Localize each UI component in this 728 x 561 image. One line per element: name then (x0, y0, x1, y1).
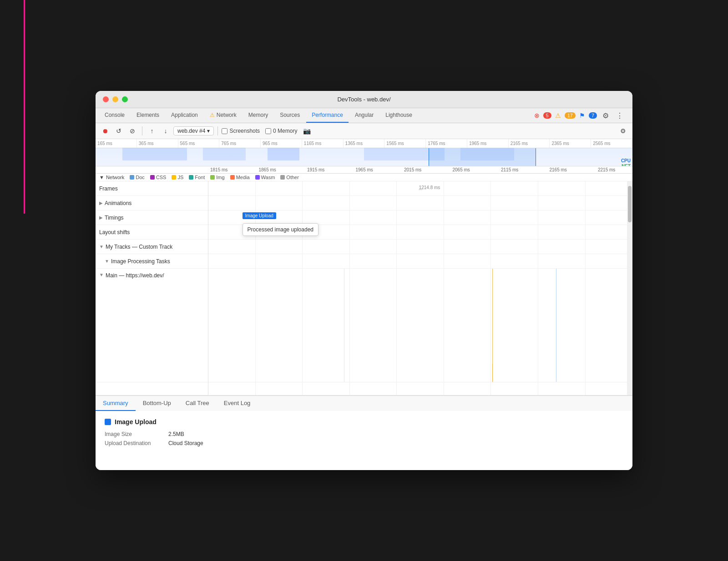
screenshots-checkbox[interactable]: Screenshots (222, 128, 260, 134)
settings-toolbar-icon[interactable]: ⚙ (617, 125, 629, 137)
expand-icon: ▶ (99, 200, 103, 205)
media-color (230, 175, 235, 180)
track-frames[interactable]: Frames (96, 181, 208, 196)
bottom-tabs: Summary Bottom-Up Call Tree Event Log (96, 395, 632, 411)
image-processing-label: Image Processing Tasks (111, 258, 170, 265)
ruler-tick-6: 1365 ms (344, 139, 385, 148)
warning-badge: 17 (565, 112, 576, 119)
ruler2-0: 1815 ms (208, 167, 257, 172)
legend-other-label: Other (286, 175, 299, 180)
profile-select[interactable]: web.dev #4 ▾ (173, 126, 214, 135)
summary-title-text: Image Upload (115, 418, 157, 426)
right-panel[interactable]: ... 1214.8 ms Image Upload Processed ima… (208, 181, 632, 395)
ruler-tick-4: 965 ms (261, 139, 302, 148)
tab-summary[interactable]: Summary (96, 396, 136, 411)
screenshots-input[interactable] (222, 128, 228, 134)
timeline-my-tracks (208, 240, 632, 254)
summary-row-size: Image Size 2.5MB (105, 431, 623, 437)
screenshots-label: Screenshots (229, 128, 260, 134)
network-legend: ▼ Network Doc CSS JS Font Img Media (96, 174, 632, 181)
timeline-timings: Image Upload Processed image uploaded (208, 210, 632, 225)
toolbar-divider (142, 126, 142, 135)
ruler2-1: 1865 ms (257, 167, 306, 172)
timeline-frames: ... 1214.8 ms (208, 181, 632, 196)
tab-performance[interactable]: Performance (306, 108, 349, 123)
maximize-button[interactable] (122, 96, 128, 102)
clear-button[interactable]: ⊘ (126, 125, 138, 137)
legend-img-label: Img (216, 175, 224, 180)
upload-button[interactable]: ↑ (146, 125, 158, 137)
timeline-selection[interactable] (429, 148, 536, 166)
ruler-tick-11: 2365 ms (550, 139, 591, 148)
tab-bottom-up[interactable]: Bottom-Up (136, 396, 178, 411)
tab-elements[interactable]: Elements (131, 108, 165, 123)
cpu-label: CPU (621, 158, 631, 163)
timeline-animations (208, 196, 632, 210)
tab-application[interactable]: Application (166, 108, 203, 123)
bottom-content: Image Upload Image Size 2.5MB Upload Des… (96, 411, 632, 470)
image-upload-marker[interactable]: Image Upload (243, 212, 276, 219)
ruler-tick-12: 2565 ms (591, 139, 632, 148)
memory-checkbox[interactable]: 0 Memory (265, 128, 297, 134)
image-size-value: 2.5MB (168, 431, 184, 437)
timeline-image-processing (208, 254, 632, 269)
ruler2-2: 1915 ms (305, 167, 354, 172)
timeline-main (208, 269, 632, 382)
track-my-tracks[interactable]: ▼ My Tracks — Custom Track (96, 240, 208, 254)
ruler-tick-7: 1565 ms (384, 139, 426, 148)
doc-color (130, 175, 134, 180)
profile-select-label: web.dev #4 (177, 128, 205, 134)
timeline-overview[interactable]: 165 ms 365 ms 565 ms 765 ms 965 ms 1165 … (96, 139, 632, 166)
summary-row-destination: Upload Destination Cloud Storage (105, 440, 623, 446)
tab-angular[interactable]: Angular (349, 108, 379, 123)
record-button[interactable]: ⏺ (99, 125, 111, 137)
legend-css-label: CSS (156, 175, 167, 180)
upload-destination-value: Cloud Storage (168, 440, 203, 446)
legend-media-label: Media (236, 175, 250, 180)
tab-memory[interactable]: Memory (243, 108, 273, 123)
ruler-tick-9: 1965 ms (467, 139, 509, 148)
tab-network[interactable]: ⚠ Network (204, 108, 242, 123)
timing-tooltip: Processed image uploaded (243, 223, 318, 236)
chevron-down-icon: ▾ (207, 128, 210, 134)
other-color (280, 175, 285, 180)
ruler2-4: 2015 ms (402, 167, 451, 172)
ruler-tick-0: 165 ms (96, 139, 137, 148)
vline-3 (556, 269, 556, 382)
more-icon[interactable]: ⋮ (614, 110, 625, 122)
legend-doc-label: Doc (136, 175, 145, 180)
memory-input[interactable] (265, 128, 271, 134)
scrollbar-thumb[interactable] (628, 186, 632, 222)
network-expand[interactable]: ▼ Network (99, 175, 124, 180)
css-color (150, 175, 155, 180)
close-button[interactable] (103, 96, 109, 102)
refresh-button[interactable]: ↺ (113, 125, 125, 137)
legend-img: Img (210, 175, 224, 180)
camera-icon[interactable]: 📷 (301, 125, 313, 137)
ruler-tick-10: 2165 ms (509, 139, 550, 148)
download-button[interactable]: ↓ (160, 125, 172, 137)
scrollbar[interactable] (627, 181, 632, 395)
minimize-button[interactable] (112, 96, 118, 102)
tab-lighthouse[interactable]: Lighthouse (380, 108, 418, 123)
legend-doc: Doc (130, 175, 145, 180)
track-timings[interactable]: ▶ Timings (96, 210, 208, 225)
tab-event-log[interactable]: Event Log (217, 396, 258, 411)
tab-console[interactable]: Console (99, 108, 130, 123)
settings-icon[interactable]: ⚙ (601, 110, 611, 122)
expand-arrow-icon: ▼ (99, 175, 104, 180)
ruler-tick-2: 565 ms (178, 139, 220, 148)
tab-sources[interactable]: Sources (274, 108, 305, 123)
layout-shifts-label: Layout shifts (99, 229, 130, 235)
track-animations[interactable]: ▶ Animations (96, 196, 208, 210)
legend-wasm: Wasm (255, 175, 275, 180)
ruler2-8: 2215 ms (596, 167, 632, 172)
ruler2-5: 2065 ms (451, 167, 500, 172)
track-layout-shifts[interactable]: Layout shifts (96, 225, 208, 240)
tabbar: Console Elements Application ⚠ Network M… (96, 108, 632, 123)
network-legend-label: Network (106, 175, 124, 180)
legend-wasm-label: Wasm (261, 175, 275, 180)
tab-call-tree[interactable]: Call Tree (178, 396, 217, 411)
track-main[interactable]: ▼ Main — https://web.dev/ (96, 269, 208, 382)
track-image-processing[interactable]: ▼ Image Processing Tasks (96, 254, 208, 269)
